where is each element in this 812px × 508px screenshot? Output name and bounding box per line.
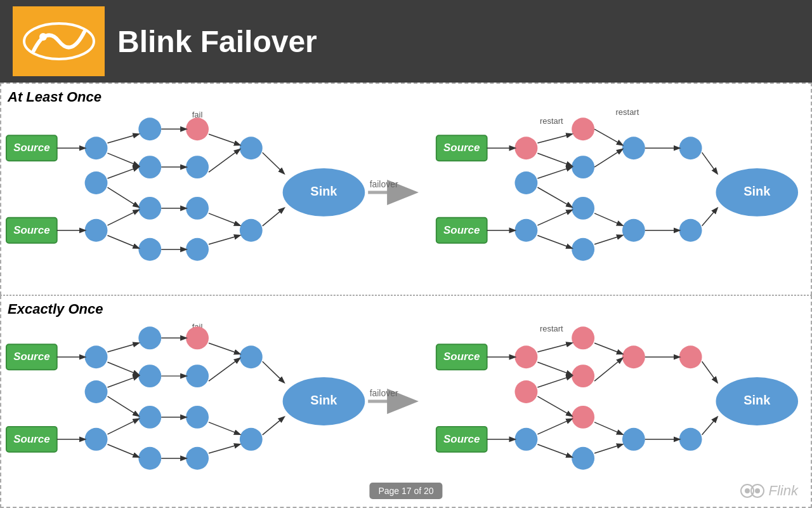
- svg-line-71: [594, 213, 622, 225]
- svg-rect-42: [436, 135, 487, 161]
- svg-line-28: [107, 210, 138, 225]
- flink-icon: [740, 481, 765, 500]
- svg-line-104: [107, 444, 138, 457]
- svg-point-153: [745, 488, 750, 493]
- diagram-svg-2: Source Source fail Si: [1, 296, 811, 507]
- svg-line-26: [107, 167, 138, 178]
- svg-point-9: [138, 117, 161, 140]
- svg-point-7: [85, 171, 108, 194]
- section-label-1: At Least Once: [8, 89, 102, 105]
- svg-line-114: [263, 417, 284, 435]
- svg-point-17: [186, 238, 209, 261]
- svg-line-113: [263, 361, 284, 382]
- svg-point-49: [514, 171, 537, 194]
- svg-rect-44: [436, 218, 487, 243]
- svg-line-111: [209, 422, 240, 434]
- svg-line-76: [702, 208, 717, 226]
- svg-point-19: [240, 219, 263, 242]
- svg-line-65: [537, 167, 572, 178]
- svg-text:Sink: Sink: [743, 184, 771, 198]
- svg-point-51: [572, 117, 594, 140]
- svg-point-133: [716, 377, 798, 425]
- main-content: At Least Once Source Source fail: [0, 83, 812, 508]
- svg-point-131: [679, 345, 702, 368]
- svg-text:Sink: Sink: [743, 393, 771, 407]
- svg-point-54: [572, 238, 594, 261]
- svg-text:Source: Source: [443, 224, 480, 236]
- svg-text:Source: Source: [13, 433, 49, 445]
- svg-point-52: [572, 156, 594, 178]
- section-at-least-once: At Least Once Source Source fail: [0, 83, 812, 295]
- svg-point-86: [138, 364, 161, 387]
- svg-line-37: [209, 236, 240, 244]
- svg-line-64: [537, 153, 572, 166]
- svg-point-18: [240, 137, 263, 159]
- svg-text:Source: Source: [443, 351, 480, 363]
- svg-line-70: [594, 149, 622, 167]
- svg-point-12: [138, 238, 161, 261]
- svg-point-95: [283, 377, 365, 425]
- svg-point-8: [85, 219, 108, 242]
- svg-text:restart: restart: [540, 324, 563, 333]
- svg-rect-117: [436, 344, 487, 370]
- svg-rect-2: [6, 135, 57, 161]
- svg-text:Sink: Sink: [310, 393, 337, 407]
- svg-text:Source: Source: [13, 351, 49, 363]
- svg-line-138: [537, 362, 572, 375]
- svg-point-130: [622, 428, 645, 451]
- svg-line-150: [702, 417, 717, 435]
- svg-point-84: [85, 428, 108, 451]
- svg-text:Source: Source: [13, 142, 49, 154]
- svg-point-55: [622, 137, 645, 159]
- svg-line-109: [209, 343, 240, 354]
- flink-logo: Flink: [740, 481, 798, 500]
- svg-line-137: [537, 343, 572, 352]
- svg-point-125: [572, 326, 594, 349]
- svg-point-1: [39, 33, 47, 41]
- svg-line-145: [594, 422, 622, 434]
- page-indicator: Page 17 of 20: [369, 483, 442, 499]
- svg-line-101: [107, 376, 138, 387]
- svg-line-63: [537, 134, 572, 143]
- svg-line-72: [594, 236, 622, 244]
- svg-point-53: [572, 197, 594, 220]
- svg-line-25: [107, 153, 138, 166]
- svg-line-29: [107, 236, 138, 248]
- svg-text:fail: fail: [192, 322, 203, 331]
- svg-rect-77: [6, 344, 57, 370]
- section-label-2: Excactly Once: [8, 301, 103, 318]
- svg-point-90: [186, 364, 209, 387]
- svg-line-146: [594, 444, 622, 453]
- svg-line-27: [107, 187, 138, 207]
- flink-label: Flink: [769, 483, 798, 499]
- svg-point-58: [679, 219, 702, 242]
- svg-point-15: [186, 156, 209, 178]
- svg-point-123: [514, 380, 537, 403]
- svg-rect-119: [436, 427, 487, 452]
- svg-point-48: [514, 137, 537, 159]
- svg-point-82: [85, 345, 108, 368]
- svg-line-99: [107, 343, 138, 352]
- svg-rect-79: [6, 427, 57, 452]
- svg-point-89: [186, 326, 209, 349]
- svg-line-68: [537, 236, 572, 248]
- svg-point-92: [186, 447, 209, 470]
- svg-text:fail: fail: [192, 110, 203, 119]
- svg-point-11: [138, 197, 161, 220]
- svg-text:Source: Source: [443, 433, 480, 445]
- svg-line-139: [537, 376, 572, 387]
- svg-point-127: [572, 406, 594, 429]
- svg-point-88: [138, 447, 161, 470]
- svg-line-142: [537, 444, 572, 457]
- svg-point-57: [679, 137, 702, 159]
- svg-point-83: [85, 380, 108, 403]
- page-title: Blink Failover: [117, 24, 317, 59]
- svg-point-59: [716, 168, 798, 217]
- svg-point-128: [572, 447, 594, 470]
- svg-line-36: [209, 213, 240, 225]
- svg-point-87: [138, 406, 161, 429]
- svg-point-91: [186, 406, 209, 429]
- svg-point-85: [138, 326, 161, 349]
- svg-point-6: [85, 137, 108, 159]
- svg-text:restart: restart: [540, 116, 563, 126]
